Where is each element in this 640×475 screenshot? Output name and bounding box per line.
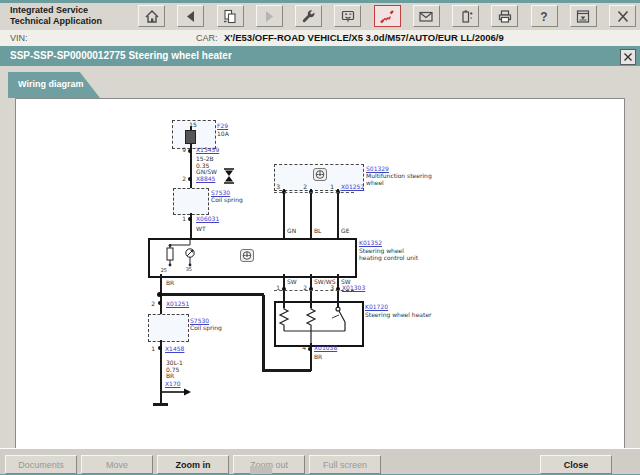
component-label: Steering wheel heater [365,311,432,318]
pin-number: 9 [176,146,186,153]
zoom-in-button[interactable]: Zoom in [157,455,229,474]
documents-button[interactable]: Documents [5,455,77,474]
connector-link[interactable]: X01303 [342,284,365,291]
diagnostic-device-icon [340,9,356,24]
wire-color-label: BR [166,372,174,379]
help-icon: ? [536,9,552,24]
junction-dot [157,292,162,297]
component-label: wheel [366,179,384,186]
battery-button[interactable] [452,5,479,27]
wire-color-label: WT [196,225,206,232]
forward-button[interactable] [256,5,283,27]
svg-text:?: ? [540,10,547,24]
connector-dot [158,346,162,350]
connector-dot [308,347,312,351]
connector-link[interactable]: X01252 [341,183,364,190]
fuse-code-link[interactable]: F29 [217,122,228,129]
wire-circuit-label: 30L-1 [166,359,183,366]
wire-color-label: GN [287,227,296,234]
connector-link[interactable]: X1458 [165,345,184,352]
measuring-device-button[interactable] [334,5,361,27]
move-button[interactable]: Move [81,455,153,474]
fuse-symbol [185,130,196,144]
component-code-link[interactable]: S7530 [190,317,209,324]
wire-color-label: BR [166,279,174,286]
footer-bar: Documents Move Zoom in Zoom out Full scr… [0,448,640,474]
vehicle-bar: VIN: CAR: X'/E53/OFF-ROAD VEHICLE/X5 3.0… [0,30,640,47]
component-label: Coil spring [190,324,222,331]
close-button[interactable]: Close [540,455,612,474]
pin-number: 1 [270,284,280,291]
pin-number: 4 [296,344,306,351]
pin-number: 1 [145,345,155,352]
workshop-button[interactable] [295,5,322,27]
tab-label: Wiring diagram [18,79,83,89]
component-code-link[interactable]: S01329 [366,165,389,172]
back-icon [183,9,199,24]
close-app-button[interactable] [609,5,636,27]
wire-color-label: SW [287,278,297,285]
print-button[interactable] [491,5,518,27]
ground-point-link[interactable]: X170 [165,380,181,387]
wire-segment [190,147,192,188]
wire-circuit-label: 15-2B [196,155,214,162]
pin-number: 2 [297,183,307,190]
component-label: Coil spring [211,196,243,203]
wire-color-label: BR [314,353,322,360]
documents-button[interactable] [217,5,244,27]
mail-button[interactable] [413,5,440,27]
connector-cable-icon [379,9,395,24]
battery-icon [458,9,474,24]
close-icon [615,9,631,24]
wire-segment [262,295,265,371]
connector-dot [158,301,162,305]
connector-link[interactable]: X01251 [166,300,189,307]
mail-icon [418,9,434,24]
wire-segment [262,369,311,372]
component-label: Multifunction steering [366,172,432,179]
car-label: CAR: [196,33,218,43]
tab-wiring-diagram[interactable]: Wiring diagram [8,72,100,98]
document-title-bar: SSP-SSP-SP0000012775 Steering wheel heat… [0,46,640,66]
coil-spring-upper-box [173,188,209,215]
ground-arrow-icon [162,387,192,397]
wiring-diagram-canvas[interactable]: 15 F29 10A 9 X13459 15-2B 0.35 GN/SW 2 X… [15,98,625,450]
connector-link[interactable]: X13459 [196,146,219,153]
help-button[interactable]: ? [531,5,558,27]
connector-link[interactable]: X8845 [196,175,215,182]
pin-number: 2 [297,284,307,291]
connector-dot [188,217,192,221]
vin-label: VIN: [10,33,28,43]
wire-color-label: GE [341,227,349,234]
forward-icon [261,9,277,24]
ground-symbol [153,403,168,406]
pin-number: 1 [176,215,186,222]
control-unit-icon [240,249,254,262]
connector-link[interactable]: X01038 [314,344,337,351]
app-title: Integrated Service Technical Application [10,5,102,27]
connector-link[interactable]: X06031 [196,215,219,222]
component-label: heating control unit [359,254,418,261]
pin-number: 2 [176,175,186,182]
home-icon [144,9,160,24]
pin-number: 3 [324,284,334,291]
app-header: Integrated Service Technical Application [0,3,640,31]
component-code-link[interactable]: K01352 [359,239,382,246]
pin-number: 35 [182,266,192,272]
window-select-button[interactable] [570,5,597,27]
pin-number: 1 [324,183,334,190]
wire-segment [160,293,264,296]
connector-dot [188,177,192,181]
connector-button[interactable] [374,5,401,27]
component-code-link[interactable]: K01720 [365,303,388,310]
component-code-link[interactable]: S7530 [211,189,230,196]
document-close-button[interactable] [620,49,636,65]
window-select-icon [575,9,591,24]
wire-segment [310,189,312,238]
pin-number: 25 [157,267,167,273]
wire-segment [283,189,285,238]
back-button[interactable] [177,5,204,27]
full-screen-button[interactable]: Full screen [309,455,381,474]
car-value: X'/E53/OFF-ROAD VEHICLE/X5 3.0d/M57/AUTO… [224,32,504,43]
home-button[interactable] [138,5,165,27]
